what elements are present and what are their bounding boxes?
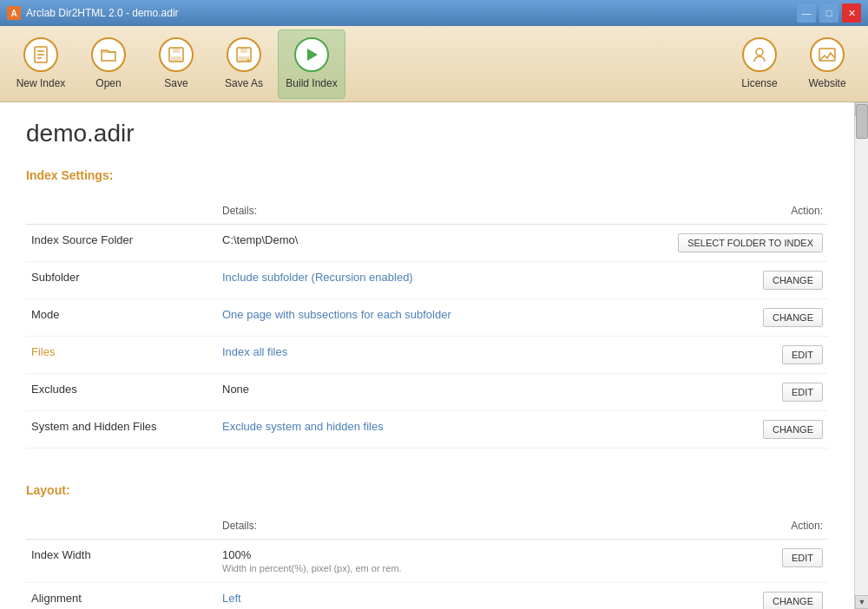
detail-text: None — [222, 383, 249, 396]
row-action: SELECT FOLDER TO INDEX — [673, 225, 828, 262]
new-index-button[interactable]: New Index — [7, 29, 75, 99]
svg-point-12 — [756, 49, 763, 56]
row-label: Subfolder — [26, 262, 217, 299]
detail-text: Index all files — [222, 345, 287, 358]
detail-text: Left — [222, 592, 241, 605]
row-label: Index Width — [26, 540, 217, 583]
build-index-icon — [294, 37, 329, 72]
title-bar: A Arclab Dir2HTML 2.0 - demo.adir — □ ✕ — [0, 0, 868, 26]
index-settings-table: Details: Action: Index Source Folder C:\… — [26, 196, 828, 449]
close-button[interactable]: ✕ — [842, 3, 861, 23]
table-row: System and Hidden Files Exclude system a… — [26, 411, 828, 449]
files-link[interactable]: Files — [31, 345, 55, 358]
mode-change-button[interactable]: CHANGE — [763, 308, 823, 327]
website-button[interactable]: Website — [793, 29, 861, 99]
row-detail: Index all files — [217, 337, 673, 374]
row-label: Mode — [26, 299, 217, 337]
table-row: Mode One page with subsections for each … — [26, 299, 828, 337]
row-label: Index Source Folder — [26, 225, 217, 262]
detail-text: C:\temp\Demo\ — [222, 233, 298, 246]
row-label: Excludes — [26, 374, 217, 411]
detail-text: Exclude system and hidden files — [222, 420, 384, 433]
scrollbar-track: ▲ ▼ — [854, 102, 868, 609]
build-index-label: Build Index — [286, 77, 337, 89]
new-index-label: New Index — [16, 77, 66, 89]
layout-section: Layout: Details: Action: Index Width 100… — [26, 483, 828, 609]
subfolder-change-button[interactable]: CHANGE — [763, 271, 823, 290]
license-button[interactable]: License — [726, 29, 793, 99]
website-icon — [810, 37, 845, 72]
row-action: CHANGE — [689, 583, 828, 610]
new-index-icon — [23, 37, 58, 72]
save-as-button[interactable]: + Save As — [210, 29, 278, 99]
row-action: EDIT — [673, 337, 828, 374]
table-row: Index Width 100% Width in percent(%), pi… — [26, 540, 828, 583]
layout-table: Details: Action: Index Width 100% Width … — [26, 511, 828, 609]
layout-label-header — [26, 511, 217, 540]
select-folder-button[interactable]: SELECT FOLDER TO INDEX — [678, 233, 823, 252]
index-settings-details-header: Details: — [217, 196, 673, 225]
row-detail: One page with subsections for each subfo… — [217, 299, 673, 337]
row-detail: Exclude system and hidden files — [217, 411, 673, 449]
window-title: Arclab Dir2HTML 2.0 - demo.adir — [26, 7, 179, 19]
license-label: License — [741, 77, 777, 89]
detail-text: Include subfolder (Recursion enabled) — [222, 271, 413, 284]
row-action: EDIT — [689, 540, 828, 583]
table-row: Alignment Left CHANGE — [26, 583, 828, 610]
save-icon — [159, 37, 194, 72]
scrollbar-thumb[interactable] — [856, 104, 868, 139]
index-settings-title: Index Settings: — [26, 168, 828, 182]
row-label: Files — [26, 337, 217, 374]
main-wrapper: demo.adir Index Settings: Details: Actio… — [0, 102, 868, 609]
page-title: demo.adir — [26, 120, 828, 147]
detail-text: 100% — [222, 548, 251, 561]
table-row: Index Source Folder C:\temp\Demo\ SELECT… — [26, 225, 828, 262]
svg-marker-11 — [307, 49, 318, 61]
minimize-button[interactable]: — — [797, 3, 816, 23]
detail-sub-text: Width in percent(%), pixel (px), em or r… — [222, 563, 684, 573]
row-detail: None — [217, 374, 673, 411]
save-button[interactable]: Save — [142, 29, 210, 99]
svg-rect-8 — [240, 48, 247, 53]
row-action: EDIT — [673, 374, 828, 411]
row-detail: Left — [217, 583, 689, 610]
layout-action-header: Action: — [689, 511, 828, 540]
svg-rect-6 — [171, 56, 181, 61]
index-settings-section: Index Settings: Details: Action: Index S… — [26, 168, 828, 449]
row-detail: 100% Width in percent(%), pixel (px), em… — [217, 540, 689, 583]
save-label: Save — [164, 77, 187, 89]
index-settings-label-header — [26, 196, 217, 225]
maximize-button[interactable]: □ — [819, 3, 838, 23]
row-label: System and Hidden Files — [26, 411, 217, 449]
alignment-change-button[interactable]: CHANGE — [763, 592, 823, 609]
website-label: Website — [808, 77, 845, 89]
index-width-edit-button[interactable]: EDIT — [782, 548, 823, 567]
svg-text:+: + — [247, 57, 250, 63]
save-as-label: Save As — [225, 77, 263, 89]
row-action: CHANGE — [673, 411, 828, 449]
table-row: Subfolder Include subfolder (Recursion e… — [26, 262, 828, 299]
row-action: CHANGE — [673, 262, 828, 299]
open-label: Open — [95, 77, 121, 89]
index-settings-action-header: Action: — [673, 196, 828, 225]
scroll-down-arrow[interactable]: ▼ — [855, 595, 868, 609]
row-action: CHANGE — [673, 299, 828, 337]
table-row: Excludes None EDIT — [26, 374, 828, 411]
layout-details-header: Details: — [217, 511, 689, 540]
row-detail: C:\temp\Demo\ — [217, 225, 673, 262]
layout-title: Layout: — [26, 483, 828, 497]
detail-text: One page with subsections for each subfo… — [222, 308, 451, 321]
system-files-change-button[interactable]: CHANGE — [763, 420, 823, 439]
open-button[interactable]: Open — [75, 29, 142, 99]
license-icon — [742, 37, 777, 72]
main-content: demo.adir Index Settings: Details: Actio… — [0, 102, 854, 609]
save-as-icon: + — [227, 37, 261, 72]
app-icon: A — [7, 6, 21, 20]
open-icon — [91, 37, 126, 72]
build-index-button[interactable]: Build Index — [278, 29, 345, 99]
row-label: Alignment — [26, 583, 217, 610]
files-edit-button[interactable]: EDIT — [782, 345, 823, 364]
row-detail: Include subfolder (Recursion enabled) — [217, 262, 673, 299]
excludes-edit-button[interactable]: EDIT — [782, 383, 823, 402]
svg-rect-5 — [173, 48, 180, 53]
